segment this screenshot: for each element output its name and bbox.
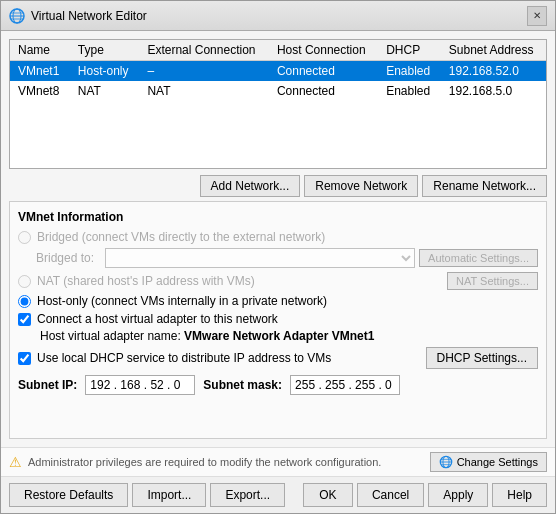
dhcp-row: Use local DHCP service to distribute IP … bbox=[18, 347, 538, 369]
col-name: Name bbox=[10, 40, 70, 61]
change-settings-icon bbox=[439, 455, 453, 469]
virtual-network-editor-window: Virtual Network Editor ✕ Name Type Exter… bbox=[0, 0, 556, 514]
bridged-to-row: Bridged to: Automatic Settings... bbox=[36, 248, 538, 268]
dhcp-checkbox-label: Use local DHCP service to distribute IP … bbox=[37, 351, 420, 365]
remove-network-button[interactable]: Remove Network bbox=[304, 175, 418, 197]
subnet-ip-input[interactable] bbox=[85, 375, 195, 395]
bridged-label: Bridged (connect VMs directly to the ext… bbox=[37, 230, 325, 244]
import-button[interactable]: Import... bbox=[132, 483, 206, 507]
nat-radio[interactable] bbox=[18, 275, 31, 288]
title-bar-left: Virtual Network Editor bbox=[9, 8, 147, 24]
bridged-to-select[interactable] bbox=[105, 248, 415, 268]
change-settings-label: Change Settings bbox=[457, 456, 538, 468]
export-button[interactable]: Export... bbox=[210, 483, 285, 507]
dhcp-settings-button[interactable]: DHCP Settings... bbox=[426, 347, 538, 369]
vmnet-info-section: VMnet Information Bridged (connect VMs d… bbox=[9, 201, 547, 439]
nat-radio-row: NAT (shared host's IP address with VMs) … bbox=[18, 272, 538, 290]
close-button[interactable]: ✕ bbox=[527, 6, 547, 26]
hostonly-label: Host-only (connect VMs internally in a p… bbox=[37, 294, 327, 308]
change-settings-button[interactable]: Change Settings bbox=[430, 452, 547, 472]
col-type: Type bbox=[70, 40, 140, 61]
col-host-conn: Host Connection bbox=[269, 40, 378, 61]
table-row[interactable]: VMnet8NATNATConnectedEnabled192.168.5.0 bbox=[10, 81, 546, 101]
title-bar: Virtual Network Editor ✕ bbox=[1, 1, 555, 31]
admin-warning-text: Administrator privileges are required to… bbox=[28, 456, 381, 468]
nat-label: NAT (shared host's IP address with VMs) bbox=[37, 274, 255, 288]
subnet-row: Subnet IP: Subnet mask: bbox=[18, 375, 538, 395]
col-subnet: Subnet Address bbox=[441, 40, 546, 61]
adapter-name-value: VMware Network Adapter VMnet1 bbox=[184, 329, 374, 343]
admin-bar: ⚠ Administrator privileges are required … bbox=[1, 447, 555, 476]
table-row[interactable]: VMnet1Host-only–ConnectedEnabled192.168.… bbox=[10, 61, 546, 82]
network-table: Name Type External Connection Host Conne… bbox=[10, 40, 546, 101]
adapter-name-row: Host virtual adapter name: VMware Networ… bbox=[40, 329, 538, 343]
warning-icon: ⚠ bbox=[9, 454, 22, 470]
dhcp-checkbox[interactable] bbox=[18, 352, 31, 365]
main-content: Name Type External Connection Host Conne… bbox=[1, 31, 555, 447]
col-dhcp: DHCP bbox=[378, 40, 441, 61]
window-icon bbox=[9, 8, 25, 24]
adapter-checkbox[interactable] bbox=[18, 313, 31, 326]
subnet-mask-label: Subnet mask: bbox=[203, 378, 282, 392]
bridged-to-label: Bridged to: bbox=[36, 251, 101, 265]
apply-button[interactable]: Apply bbox=[428, 483, 488, 507]
cancel-button[interactable]: Cancel bbox=[357, 483, 424, 507]
adapter-name-prefix: Host virtual adapter name: bbox=[40, 329, 184, 343]
bottom-button-bar: Restore Defaults Import... Export... OK … bbox=[1, 476, 555, 513]
network-table-container: Name Type External Connection Host Conne… bbox=[9, 39, 547, 169]
table-header-row: Name Type External Connection Host Conne… bbox=[10, 40, 546, 61]
rename-network-button[interactable]: Rename Network... bbox=[422, 175, 547, 197]
auto-settings-button[interactable]: Automatic Settings... bbox=[419, 249, 538, 267]
vmnet-info-title: VMnet Information bbox=[18, 210, 538, 224]
window-title: Virtual Network Editor bbox=[31, 9, 147, 23]
bridged-radio[interactable] bbox=[18, 231, 31, 244]
adapter-checkbox-label: Connect a host virtual adapter to this n… bbox=[37, 312, 278, 326]
restore-defaults-button[interactable]: Restore Defaults bbox=[9, 483, 128, 507]
network-toolbar: Add Network... Remove Network Rename Net… bbox=[9, 175, 547, 197]
subnet-mask-input[interactable] bbox=[290, 375, 400, 395]
add-network-button[interactable]: Add Network... bbox=[200, 175, 301, 197]
hostonly-radio-row: Host-only (connect VMs internally in a p… bbox=[18, 294, 538, 308]
nat-settings-button[interactable]: NAT Settings... bbox=[447, 272, 538, 290]
adapter-checkbox-row: Connect a host virtual adapter to this n… bbox=[18, 312, 538, 326]
hostonly-radio[interactable] bbox=[18, 295, 31, 308]
bridged-radio-row: Bridged (connect VMs directly to the ext… bbox=[18, 230, 538, 244]
col-external: External Connection bbox=[139, 40, 268, 61]
ok-button[interactable]: OK bbox=[303, 483, 353, 507]
help-button[interactable]: Help bbox=[492, 483, 547, 507]
subnet-ip-label: Subnet IP: bbox=[18, 378, 77, 392]
